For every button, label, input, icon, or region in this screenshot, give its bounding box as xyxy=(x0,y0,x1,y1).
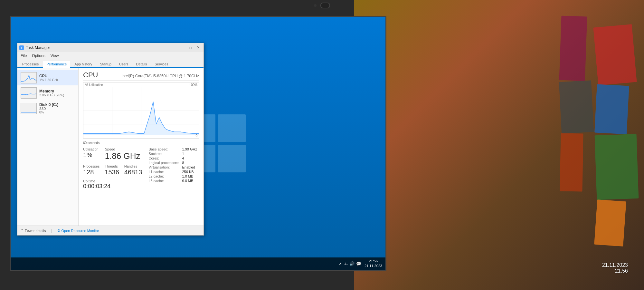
camera-notch xyxy=(314,3,330,8)
speed-value: 1.86 GHz xyxy=(105,151,140,161)
taskbar-time: 21:56 xyxy=(365,259,382,264)
logical-value: 8 xyxy=(182,161,204,165)
close-button[interactable]: ✕ xyxy=(194,45,202,51)
cpu-panel-title: CPU xyxy=(83,71,98,79)
menu-options[interactable]: Options xyxy=(30,53,47,58)
disk-thumbnail xyxy=(21,103,37,114)
overlay-date: 21.11.2023 xyxy=(602,262,628,268)
cpu-title: CPU xyxy=(39,74,75,78)
sidebar-item-disk[interactable]: Disk 0 (C:) SSD 0% xyxy=(17,101,78,116)
virt-label: Virtualisation: xyxy=(148,165,179,169)
minimize-button[interactable]: — xyxy=(179,45,186,51)
tab-services[interactable]: Services xyxy=(151,61,172,67)
taskbar-notification-icon[interactable]: 💬 xyxy=(356,261,361,266)
handles-stat: Handles 46813 xyxy=(124,164,142,176)
cpu-subtitle: 1% 1.86 GHz xyxy=(39,78,75,82)
tab-app-history[interactable]: App history xyxy=(71,61,96,67)
l2-label: L2 cache: xyxy=(148,174,179,178)
chart-zero-label: 0 xyxy=(195,134,197,138)
resource-monitor-icon: ⊙ xyxy=(57,228,60,233)
uptime-label: Up time xyxy=(83,179,142,183)
chart-time-label: 60 seconds xyxy=(83,141,199,145)
title-bar: T Task Manager — □ ✕ xyxy=(17,43,204,52)
threads-value: 1536 xyxy=(105,168,119,176)
sockets-label: Sockets: xyxy=(148,152,179,156)
speed-stat: Speed 1.86 GHz xyxy=(105,147,140,161)
resource-monitor-label: Open Resource Monitor xyxy=(62,229,99,233)
cpu-sidebar-label: CPU 1% 1.86 GHz xyxy=(39,74,75,82)
tab-details[interactable]: Details xyxy=(133,61,151,67)
disk-subtitle2: SSD xyxy=(39,107,75,111)
fewer-details-arrow: ⌃ xyxy=(21,228,24,233)
memory-thumbnail xyxy=(21,87,37,99)
camera-dot xyxy=(314,4,317,7)
cpu-chart-container: % Utilisation 100% 0 xyxy=(83,82,199,139)
tab-users[interactable]: Users xyxy=(116,61,132,67)
taskbar-volume-icon[interactable]: 🔊 xyxy=(349,261,355,266)
menu-file[interactable]: File xyxy=(19,53,29,58)
uptime-value: 0:00:03:24 xyxy=(83,183,142,190)
l2-value: 1.0 MB xyxy=(182,174,204,178)
sockets-value: 1 xyxy=(182,152,204,156)
memory-title: Memory xyxy=(39,89,75,93)
tm-content: CPU 1% 1.86 GHz xyxy=(17,68,204,226)
cpu-header: CPU Intel(R) Core(TM) i5-8350U CPU @ 1.7… xyxy=(83,71,199,81)
overlay-time: 21:56 xyxy=(602,268,628,274)
laptop-screen: T Task Manager — □ ✕ File Options View xyxy=(10,16,386,271)
taskbar-clock[interactable]: 21:56 21.11.2023 xyxy=(365,259,382,269)
fewer-details-label: Fewer details xyxy=(25,229,46,233)
utilisation-value: 1% xyxy=(83,151,99,159)
title-bar-left: T Task Manager xyxy=(19,45,50,50)
processes-label: Processes xyxy=(83,164,99,168)
laptop-frame: T Task Manager — □ ✕ File Options View xyxy=(0,0,644,290)
chart-max-label: 100% xyxy=(189,83,197,87)
maximize-button[interactable]: □ xyxy=(187,45,194,51)
tab-processes[interactable]: Processes xyxy=(19,61,42,67)
window-title: Task Manager xyxy=(26,45,50,50)
taskbar-chevron-icon[interactable]: ∧ xyxy=(339,261,342,266)
info-grid: Base speed: 1.90 GHz Sockets: 1 Cores: 4… xyxy=(148,147,204,183)
datetime-overlay: 21.11.2023 21:56 xyxy=(602,262,628,274)
tab-performance[interactable]: Performance xyxy=(43,61,70,68)
threads-label: Threads xyxy=(105,164,119,168)
processes-stat: Processes 128 xyxy=(83,164,99,176)
taskbar-system-icons: ∧ 🖧 🔊 💬 xyxy=(339,261,361,266)
tabs-bar: Processes Performance App history Startu… xyxy=(17,59,204,68)
l3-value: 6.0 MB xyxy=(182,179,204,183)
cpu-performance-panel: CPU Intel(R) Core(TM) i5-8350U CPU @ 1.7… xyxy=(79,68,204,226)
tab-startup[interactable]: Startup xyxy=(96,61,115,67)
base-speed-label: Base speed: xyxy=(148,147,179,151)
l3-label: L3 cache: xyxy=(148,179,179,183)
utilisation-label: Utilisation xyxy=(83,147,99,151)
sidebar-item-cpu[interactable]: CPU 1% 1.86 GHz xyxy=(17,70,78,85)
bookshelf-area xyxy=(354,0,644,290)
logical-label: Logical processors: xyxy=(148,161,179,165)
fewer-details-button[interactable]: ⌃ Fewer details xyxy=(21,228,46,233)
taskbar-network-icon[interactable]: 🖧 xyxy=(344,261,348,266)
cores-value: 4 xyxy=(182,156,204,160)
cpu-info-panel: Base speed: 1.90 GHz Sockets: 1 Cores: 4… xyxy=(148,147,204,190)
sidebar-item-memory[interactable]: Memory 2.0/7.8 GB (26%) xyxy=(17,85,78,101)
window-controls: — □ ✕ xyxy=(179,45,202,51)
cpu-thumbnail xyxy=(21,72,37,83)
task-manager-window: T Task Manager — □ ✕ File Options View xyxy=(17,43,204,236)
threads-stat: Threads 1536 xyxy=(105,164,119,176)
camera-lens xyxy=(320,3,330,8)
open-resource-monitor-link[interactable]: ⊙ Open Resource Monitor xyxy=(57,228,99,233)
utilisation-stat: Utilisation 1% xyxy=(83,147,99,161)
taskbar-date: 21.11.2023 xyxy=(365,264,382,268)
disk-title: Disk 0 (C:) xyxy=(39,102,75,107)
uptime-section: Up time 0:00:03:24 xyxy=(83,179,142,190)
menu-bar: File Options View xyxy=(17,52,204,59)
cores-label: Cores: xyxy=(148,156,179,160)
disk-subtitle3: 0% xyxy=(39,111,75,114)
stats-left: Utilisation 1% Speed 1.86 GHz xyxy=(83,147,142,190)
cpu-model: Intel(R) Core(TM) i5-8350U CPU @ 1.70GHz xyxy=(121,74,199,78)
stats-info-area: Utilisation 1% Speed 1.86 GHz xyxy=(83,147,199,190)
base-speed-value: 1.90 GHz xyxy=(182,147,204,151)
chart-utilisation-label: % Utilisation xyxy=(85,83,103,87)
disk-sidebar-label: Disk 0 (C:) SSD 0% xyxy=(39,102,75,114)
menu-view[interactable]: View xyxy=(49,53,61,58)
memory-sidebar-label: Memory 2.0/7.8 GB (26%) xyxy=(39,89,75,97)
task-manager-icon: T xyxy=(19,45,24,50)
